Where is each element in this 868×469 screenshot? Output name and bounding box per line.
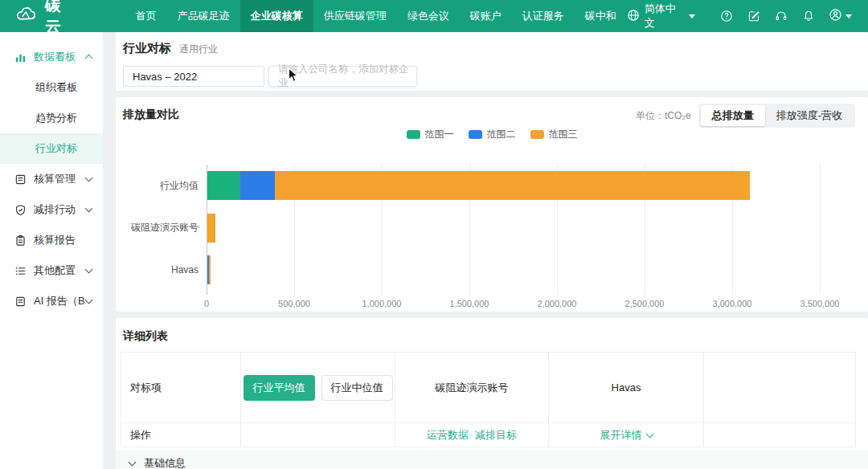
cloud-logo-icon xyxy=(14,6,39,27)
industry-median-button[interactable]: 行业中位值 xyxy=(321,375,393,401)
bar-segment-范围二 xyxy=(240,171,275,200)
bar-segment-范围三 xyxy=(209,255,211,284)
edit-icon[interactable] xyxy=(740,10,768,22)
language-selector[interactable]: 简体中文 xyxy=(627,2,695,31)
operations-data-link[interactable]: 运营数据 xyxy=(427,428,469,442)
chevron-down-icon xyxy=(85,266,93,274)
legend-item-范围三[interactable]: 范围三 xyxy=(530,128,578,141)
empty-cell xyxy=(704,353,856,423)
nav-item-企业碳核算[interactable]: 企业碳核算 xyxy=(240,0,313,32)
nav-item-供应链碳管理[interactable]: 供应链碳管理 xyxy=(313,0,397,32)
sidebar: 数据看板组织看板趋势分析行业对标核算管理减排行动核算报告其他配置AI 报告（B.… xyxy=(0,32,103,469)
metric-toggle: 总排放量 排放强度-营收 xyxy=(699,104,855,128)
bar-row-碳阻迹演示账号 xyxy=(207,214,821,243)
company-column-header: 碳阻迹演示账号 xyxy=(395,353,549,423)
bar-row-Havas xyxy=(207,255,821,284)
ledger-icon xyxy=(14,173,27,186)
legend-item-范围一[interactable]: 范围一 xyxy=(407,128,454,141)
nav-item-碳账户[interactable]: 碳账户 xyxy=(460,0,512,32)
toggle-total-emissions[interactable]: 总排放量 xyxy=(701,105,765,126)
shield-icon xyxy=(14,203,27,216)
basic-info-label: 基础信息 xyxy=(144,456,186,469)
top-nav: 碳云 首页产品碳足迹企业碳核算供应链碳管理绿色会议碳账户认证服务碳中和 简体中文 xyxy=(0,0,868,32)
sidebar-subitem-组织看板[interactable]: 组织看板 xyxy=(0,72,103,103)
nav-menu: 首页产品碳足迹企业碳核算供应链碳管理绿色会议碳账户认证服务碳中和 xyxy=(125,0,627,32)
headset-icon[interactable] xyxy=(768,10,795,22)
sidebar-item-label: 核算报告 xyxy=(34,233,92,247)
main-content: 行业对标 通用行业 Havas – 2022 请输入公司名称，添加对标企业 排放… xyxy=(103,32,868,469)
empty-cell xyxy=(704,423,856,447)
add-company-placeholder: 请输入公司名称，添加对标企业 xyxy=(278,63,416,90)
chevron-down-icon xyxy=(845,14,852,18)
company-year-select[interactable]: Havas – 2022 xyxy=(123,66,264,87)
company-year-value: Havas – 2022 xyxy=(133,71,197,83)
logo[interactable]: 碳云 xyxy=(0,0,79,38)
basic-info-collapsed-row[interactable]: 基础信息 xyxy=(116,450,868,469)
page-header-panel: 行业对标 通用行业 Havas – 2022 请输入公司名称，添加对标企业 xyxy=(116,32,868,91)
company2-actions-cell: 展开详情 xyxy=(549,423,704,447)
help-icon[interactable] xyxy=(713,10,740,22)
company1-actions-cell: 运营数据 减排目标 xyxy=(395,423,549,447)
page-title-row: 行业对标 通用行业 xyxy=(123,41,218,56)
sidebar-item-数据看板[interactable]: 数据看板 xyxy=(0,42,103,72)
sidebar-item-label: 数据看板 xyxy=(34,50,86,64)
add-company-input[interactable]: 请输入公司名称，添加对标企业 xyxy=(268,66,417,87)
x-tick-label: 2,000,000 xyxy=(538,299,577,308)
chevron-down-icon xyxy=(129,459,137,467)
category-label-碳阻迹演示账号: 碳阻迹演示账号 xyxy=(110,206,199,248)
nav-item-绿色会议[interactable]: 绿色会议 xyxy=(397,0,460,32)
sidebar-item-AI 报告（B...[interactable]: AI 报告（B... xyxy=(0,286,103,316)
nav-item-认证服务[interactable]: 认证服务 xyxy=(512,0,575,32)
legend-item-范围二[interactable]: 范围二 xyxy=(469,128,516,141)
category-label-Havas: Havas xyxy=(110,249,199,291)
legend-label: 范围二 xyxy=(487,128,516,141)
nav-item-产品碳足迹[interactable]: 产品碳足迹 xyxy=(167,0,240,32)
sidebar-item-label: AI 报告（B... xyxy=(34,294,86,308)
clipboard-icon xyxy=(14,234,27,247)
expand-details-link[interactable]: 展开详情 xyxy=(600,428,653,442)
ai-doc-icon xyxy=(14,295,27,308)
sidebar-item-其他配置[interactable]: 其他配置 xyxy=(0,255,103,286)
empty-cell xyxy=(241,423,395,447)
industry-average-button[interactable]: 行业平均值 xyxy=(244,375,315,401)
industry-tag: 通用行业 xyxy=(179,43,218,56)
toggle-intensity-revenue[interactable]: 排放强度-营收 xyxy=(765,105,854,126)
nav-right: 简体中文 xyxy=(627,2,868,31)
app-window: 碳云 首页产品碳足迹企业碳核算供应链碳管理绿色会议碳账户认证服务碳中和 简体中文 xyxy=(0,0,868,469)
sidebar-subitem-趋势分析[interactable]: 趋势分析 xyxy=(0,103,103,133)
nav-item-首页[interactable]: 首页 xyxy=(125,0,167,32)
legend-swatch xyxy=(530,130,544,139)
x-tick-label: 3,500,000 xyxy=(800,299,840,308)
sidebar-item-label: 其他配置 xyxy=(34,263,86,278)
sidebar-item-label: 减排行动 xyxy=(34,202,86,217)
user-avatar-icon xyxy=(829,8,842,25)
nav-item-碳中和[interactable]: 碳中和 xyxy=(575,0,627,32)
chart-bars-icon xyxy=(14,51,27,63)
list-icon xyxy=(14,264,27,277)
unit-label: 单位：tCO₂e xyxy=(636,109,691,123)
x-tick-label: 2,500,000 xyxy=(625,299,665,308)
reduction-target-link[interactable]: 减排目标 xyxy=(475,428,517,442)
row-header-benchmark: 对标项 xyxy=(121,353,241,423)
chart-legend: 范围一范围二范围三 xyxy=(116,128,868,141)
chart-controls: 单位：tCO₂e 总排放量 排放强度-营收 xyxy=(636,104,855,128)
logo-text: 碳云 xyxy=(45,0,79,38)
sidebar-item-label: 核算管理 xyxy=(34,172,86,186)
sidebar-item-核算管理[interactable]: 核算管理 xyxy=(0,164,103,194)
chevron-down-icon xyxy=(85,205,93,213)
bell-icon[interactable] xyxy=(795,10,822,22)
x-tick-label: 1,000,000 xyxy=(362,299,402,308)
sidebar-item-减排行动[interactable]: 减排行动 xyxy=(0,194,103,225)
globe-icon xyxy=(627,9,640,24)
chart-title: 排放量对比 xyxy=(123,108,179,122)
bar-chart-plot: 0500,0001,000,0001,500,0002,000,0002,500… xyxy=(207,165,820,291)
page-title: 行业对标 xyxy=(123,41,171,56)
chevron-up-icon xyxy=(85,55,93,63)
legend-swatch xyxy=(469,130,482,139)
sidebar-item-核算报告[interactable]: 核算报告 xyxy=(0,225,103,255)
user-menu[interactable] xyxy=(822,8,858,25)
detail-title: 详细列表 xyxy=(123,329,168,344)
row-header-actions: 操作 xyxy=(121,423,241,447)
language-label: 简体中文 xyxy=(645,2,684,31)
sidebar-subitem-行业对标[interactable]: 行业对标 xyxy=(0,133,103,164)
